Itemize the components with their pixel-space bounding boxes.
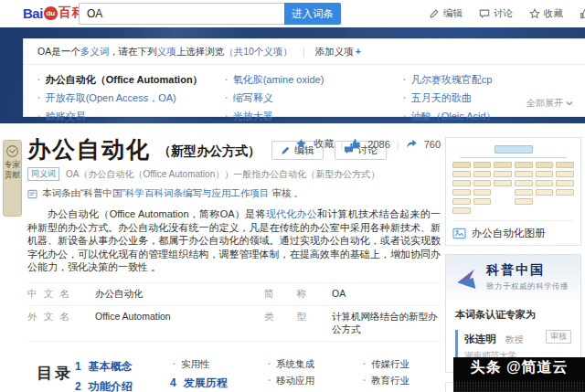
pencil-icon [281, 145, 291, 155]
sense-item[interactable]: ·缩写释义 [225, 89, 403, 107]
sense-item[interactable]: ·凡尔赛玫瑰官配cp [403, 70, 576, 89]
toc-column-1: 1基本概念 2功能介绍 3五大特性 易用性 健壮性 开放性 严密性 [75, 351, 170, 392]
disambig-column-1: ·办公自动化（Office Automation） ·开放存取(Open Acc… [37, 70, 225, 125]
toc-column-4: 传媒行业 教育行业 7市场分析 三个应用层次 三大发展阶段 8系统安全策略 [360, 351, 455, 392]
share-icon [406, 138, 418, 150]
expert-seal-icon [5, 144, 19, 158]
thumbs-up-icon [349, 138, 361, 150]
synonym-text: OA（办公自动化（Office Automation））一般指办公自动化（新型办… [66, 168, 379, 181]
favorite-button[interactable]: 收藏 [314, 137, 334, 151]
baidu-baike-logo[interactable]: Bai du 百科 [23, 5, 86, 21]
chevron-down-icon [566, 100, 573, 107]
kepu-china-logo [455, 267, 479, 289]
like-action[interactable] [580, 8, 585, 19]
infobox-label: 中文名 [27, 288, 69, 301]
watermark-banner: 头条 @简道云 [453, 357, 585, 392]
review-row: 本词条由“科普中国”科学百科词条编写与应用工作项目 审核 。 [27, 187, 441, 200]
add-sense-button[interactable]: 添加义项+ [315, 46, 361, 58]
speech-bubble-icon [479, 8, 490, 19]
album-link[interactable]: 办公自动化图册 [452, 220, 574, 240]
synonym-row: 同义词 OA（办公自动化（Office Automation））一般指办公自动化… [27, 167, 441, 181]
top-actions: 编辑 讨论 收藏 [429, 0, 585, 27]
enter-entry-button[interactable]: 进入词条 [284, 3, 341, 25]
discuss-action[interactable]: 讨论 [479, 7, 513, 20]
toc-subitem[interactable]: 移动应用 [265, 375, 360, 387]
infobox-value: Office Automation [95, 311, 246, 322]
star-icon [529, 8, 540, 19]
baidu-paw-icon: du [44, 6, 58, 20]
expert-contribution-tab[interactable]: 专家 贡献 [3, 140, 22, 217]
infobox-row: 中文名 办公自动化 简称 OA [27, 282, 441, 306]
page-title: 办公自动化 [27, 138, 151, 162]
cert-title: 本词条认证专家为 [455, 308, 571, 322]
sense-item[interactable]: ·油酸（Oleic Acid） [403, 107, 576, 125]
disambiguation-header: OA是一个多义词，请在下列义项上选择浏览（共10个义项） 添加义项+ [24, 39, 585, 65]
modern-office-link[interactable]: 现代化办公 [266, 208, 317, 219]
sense-item[interactable]: ·开放存取(Open Access，OA) [37, 89, 225, 107]
table-of-contents: 目录 1基本概念 2功能介绍 3五大特性 易用性 健壮性 开放性 严密性 实用性… [27, 351, 441, 392]
expert-title: 教授 [505, 334, 524, 344]
logo-bai-text: Bai [23, 5, 43, 21]
thumbs-up-icon [580, 8, 585, 19]
share-count[interactable]: 760 [424, 139, 441, 150]
edit-action[interactable]: 编辑 [429, 7, 463, 20]
infobox: 中文名 办公自动化 简称 OA 外文名 Office Automation 类型… [27, 282, 441, 342]
disambiguation-card: OA是一个多义词，请在下列义项上选择浏览（共10个义项） 添加义项+ ·办公自动… [23, 38, 585, 117]
toc-item[interactable]: 4发展历程 [170, 376, 265, 391]
infobox-value: 计算机网络结合的新型办公方式 [332, 311, 441, 336]
intro-paragraph: 办公自动化（Office Automation，简称OA）是将现代化办公和计算机… [27, 207, 441, 274]
like-count[interactable]: 2086 [367, 139, 389, 150]
toc-column-2: 实用性 4发展历程 5软件技术 九大特点 OA技术平台 OA基础架构 OA技术 [170, 351, 265, 392]
plus-icon: + [356, 46, 361, 57]
synonym-badge: 同义词 [27, 167, 59, 181]
toc-subitem[interactable]: 实用性 [170, 358, 265, 371]
article-stats: 收藏 | 2086 | 760 [295, 137, 441, 151]
toc-item[interactable]: 1基本概念 [75, 359, 170, 375]
infobox-label: 外文名 [27, 311, 69, 323]
right-sidebar: 办公自动化图册 科普中国 致力于权威的科学传播 本词条认证专家为 张连明教授 审… [445, 137, 581, 392]
infobox-value: 办公自动化 [95, 288, 246, 301]
sense-item[interactable]: ·氧化胺(amine oxide) [225, 70, 403, 89]
review-project-link[interactable]: 科学百科词条编写与应用工作项目 [125, 187, 270, 198]
sense-link[interactable]: 义项 [157, 46, 176, 58]
pencil-icon [429, 8, 440, 19]
org-chart-thumbnail[interactable] [452, 143, 574, 217]
certificate-icon [27, 189, 37, 199]
article-main: 收藏 | 2086 | 760 办公自动化 （新型办公方式） 编辑 讨论 同义词… [27, 135, 441, 392]
infobox-value: OA [332, 288, 346, 299]
kepu-china-header[interactable]: 科普中国 致力于权威的科学传播 [446, 255, 580, 300]
sense-item[interactable]: ·光放大器 [225, 107, 403, 125]
sense-item[interactable]: ·赊账交易 [37, 107, 225, 125]
star-icon [295, 138, 307, 150]
toc-title: 目录 [27, 351, 75, 392]
sense-count: （共10个义项） [224, 46, 292, 58]
photo-album-icon [452, 228, 466, 239]
album-card: 办公自动化图册 [445, 137, 581, 246]
sense-item-current[interactable]: ·办公自动化（Office Automation） [37, 70, 225, 89]
toc-subitem[interactable]: 系统集成 [265, 358, 360, 371]
page-subtitle: （新型办公方式） [158, 143, 261, 162]
infobox-label: 简称 [264, 288, 306, 301]
expert-name[interactable]: 张连明 [464, 334, 496, 344]
kepu-name: 科普中国 [486, 262, 569, 279]
review-badge: 审核 [546, 330, 571, 344]
toc-item[interactable]: 2功能介绍 [75, 379, 170, 392]
toc-subitem[interactable]: 传媒行业 [360, 358, 455, 371]
kepu-tagline: 致力于权威的科学传播 [486, 281, 569, 292]
search-input[interactable] [79, 3, 284, 25]
infobox-label: 类型 [264, 311, 306, 323]
polyseme-link[interactable]: 多义词 [80, 46, 110, 58]
toc-subitem[interactable]: 教育行业 [360, 375, 455, 387]
kepu-china-card: 科普中国 致力于权威的科学传播 本词条认证专家为 张连明教授 审核 湖南师范大学 [445, 254, 581, 373]
chart-root-node [495, 145, 533, 154]
infobox-row: 外文名 Office Automation 类型 计算机网络结合的新型办公方式 [27, 306, 441, 342]
disambig-column-2: ·氧化胺(amine oxide) ·缩写释义 ·光放大器 [225, 70, 403, 125]
expand-all-button[interactable]: 全部展开 [526, 97, 573, 110]
disambiguation-list: ·办公自动化（Office Automation） ·开放存取(Open Acc… [24, 65, 585, 125]
top-header: Bai du 百科 进入词条 编辑 讨论 收藏 [0, 0, 585, 27]
divider [303, 48, 304, 57]
toc-column-3: 系统集成 移动应用 6选型关注点 厂商气质 产品配置 廉价陷阱 实施方法论 [265, 351, 360, 392]
favorite-action[interactable]: 收藏 [529, 7, 563, 20]
